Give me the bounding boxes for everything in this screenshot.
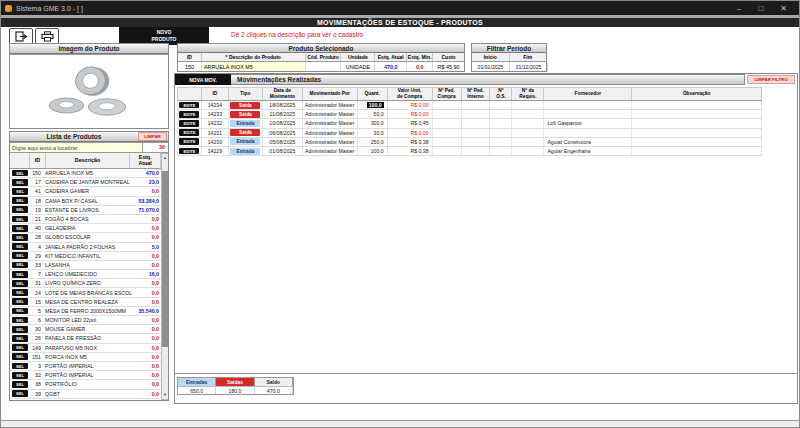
- select-product-button[interactable]: SEL: [12, 170, 28, 177]
- select-product-button[interactable]: SEL: [12, 234, 28, 241]
- edit-movement-button[interactable]: EDITE: [179, 129, 199, 136]
- product-description[interactable]: MESA DE CENTRO REALEZA: [43, 299, 132, 305]
- select-product-button[interactable]: SEL: [12, 271, 28, 278]
- list-item[interactable]: SEL 150 ARRUELA INOX M5 470,0: [10, 169, 161, 178]
- list-item[interactable]: SEL 30 MOUSE GAMER 0,0: [10, 325, 161, 334]
- select-product-button[interactable]: SEL: [12, 289, 28, 296]
- select-product-button[interactable]: SEL: [12, 317, 28, 324]
- list-item[interactable]: SEL 3 PORTÃO IMPERIAL 0,0: [10, 362, 161, 371]
- product-description[interactable]: CADEIRA GAMER: [43, 188, 132, 194]
- product-description[interactable]: CADEIRA DE JANTAR MONTREAL: [43, 179, 132, 185]
- list-item[interactable]: SEL 4 JANELA PADRÃO 2 FOLHAS 5,0: [10, 243, 161, 252]
- new-movement-button[interactable]: NOVA MOV.: [175, 74, 231, 85]
- product-description[interactable]: PORTIFÓLIO: [43, 381, 132, 387]
- product-description[interactable]: ARRUELA INOX M5: [43, 170, 132, 176]
- select-product-button[interactable]: SEL: [12, 206, 28, 213]
- list-item[interactable]: SEL 24 LOTE DE MEIAS BRANCAS ESCOLARES 0…: [10, 288, 161, 297]
- select-product-button[interactable]: SEL: [12, 216, 28, 223]
- product-description[interactable]: LOTE DE MEIAS BRANCAS ESCOLARES: [43, 290, 132, 296]
- list-item[interactable]: SEL 31 LIVRO QUÍMICA ZERO 0,0: [10, 279, 161, 288]
- list-item[interactable]: SEL 21 FOGÃO 4 BOCAS 0,0: [10, 215, 161, 224]
- list-item[interactable]: SEL 17 CADEIRA DE JANTAR MONTREAL 23,0: [10, 178, 161, 187]
- product-description[interactable]: KIT MÉDICO INFANTIL: [43, 253, 132, 259]
- select-product-button[interactable]: SEL: [12, 381, 28, 388]
- product-description[interactable]: LIVRO QUÍMICA ZERO: [43, 280, 132, 286]
- edit-movement-button[interactable]: EDITE: [179, 102, 199, 109]
- period-end-field[interactable]: [510, 62, 548, 71]
- product-list-scrollbar[interactable]: ▲ ▼: [161, 153, 169, 400]
- product-description[interactable]: PANELA DE PRESSÃO: [43, 335, 132, 341]
- table-row[interactable]: EDITE 14230 Entrada 05/08/2025 Administr…: [178, 138, 762, 147]
- list-item[interactable]: SEL 40 GELADEIRA 0,0: [10, 224, 161, 233]
- table-row[interactable]: EDITE 14234 Saída 18/08/2025 Administrad…: [178, 101, 762, 110]
- product-description[interactable]: PARAFUSO M5 INOX: [43, 345, 132, 351]
- maximize-button[interactable]: □: [758, 2, 763, 15]
- period-start-field[interactable]: [472, 62, 510, 71]
- search-input[interactable]: [9, 142, 143, 153]
- minimize-button[interactable]: –: [737, 2, 741, 15]
- select-product-button[interactable]: SEL: [12, 197, 28, 204]
- select-product-button[interactable]: SEL: [12, 179, 28, 186]
- select-product-button[interactable]: SEL: [12, 363, 28, 370]
- product-description[interactable]: MONITOR LED 22pol: [43, 317, 132, 323]
- product-description[interactable]: FOGÃO 4 BOCAS: [43, 216, 132, 222]
- scroll-up-icon[interactable]: ▲: [162, 154, 168, 162]
- list-item[interactable]: SEL 28 GLOBO ESCOLAR 0,0: [10, 233, 161, 242]
- product-description[interactable]: PORTÃO IMPERIAL: [43, 372, 132, 378]
- list-item[interactable]: SEL 41 CADEIRA GAMER 0,0: [10, 187, 161, 196]
- select-product-button[interactable]: SEL: [12, 308, 28, 315]
- select-product-button[interactable]: SEL: [12, 372, 28, 379]
- list-item[interactable]: SEL 32 PORTÃO IMPERIAL 0,0: [10, 371, 161, 380]
- table-row[interactable]: EDITE 14233 Saída 11/08/2025 Administrad…: [178, 110, 762, 119]
- selected-product-desc[interactable]: ARRUELA INOX M5: [202, 62, 306, 71]
- clear-search-button[interactable]: LIMPAR: [138, 132, 167, 141]
- close-button[interactable]: ✕: [780, 2, 787, 15]
- product-description[interactable]: LENÇO UMEDECIDO: [43, 271, 132, 277]
- list-item[interactable]: SEL 15 MESA DE CENTRO REALEZA 0,0: [10, 298, 161, 307]
- list-item[interactable]: SEL 39 QGBT 0,0: [10, 390, 161, 399]
- list-item[interactable]: SEL 33 LASANHA 0,0: [10, 261, 161, 270]
- select-product-button[interactable]: SEL: [12, 335, 28, 342]
- table-row[interactable]: EDITE 14231 Saída 06/08/2025 Administrad…: [178, 129, 762, 138]
- edit-movement-button[interactable]: EDITE: [179, 148, 199, 155]
- list-item[interactable]: SEL 7 LENÇO UMEDECIDO 16,0: [10, 270, 161, 279]
- select-product-button[interactable]: SEL: [12, 188, 28, 195]
- select-product-button[interactable]: SEL: [12, 326, 28, 333]
- list-item[interactable]: SEL 29 KIT MÉDICO INFANTIL 0,0: [10, 252, 161, 261]
- product-description[interactable]: GELADEIRA: [43, 225, 132, 231]
- product-description[interactable]: CAMA BOX P/ CASAL: [43, 198, 132, 204]
- list-item[interactable]: SEL 149 PARAFUSO M5 INOX 0,0: [10, 344, 161, 353]
- list-item[interactable]: SEL 19 ESTANTE DE LIVROS 71.070,0: [10, 206, 161, 215]
- select-product-button[interactable]: SEL: [12, 353, 28, 360]
- select-product-button[interactable]: SEL: [12, 262, 28, 269]
- select-product-button[interactable]: SEL: [12, 225, 28, 232]
- table-row[interactable]: EDITE 14232 Entrada 10/08/2025 Administr…: [178, 119, 762, 128]
- list-item[interactable]: SEL 5 MESA DE FERRO 2000X1500MM 35.540,0: [10, 307, 161, 316]
- product-description[interactable]: PORCA INOX M5: [43, 354, 132, 360]
- product-description[interactable]: JANELA PADRÃO 2 FOLHAS: [43, 244, 132, 250]
- product-description[interactable]: GLOBO ESCOLAR: [43, 234, 132, 240]
- scrollbar-thumb[interactable]: [162, 171, 168, 347]
- list-item[interactable]: SEL 151 PORCA INOX M5 0,0: [10, 353, 161, 362]
- clear-filter-button[interactable]: LIMPAR FILTRO: [747, 75, 795, 84]
- select-product-button[interactable]: SEL: [12, 243, 28, 250]
- select-product-button[interactable]: SEL: [12, 344, 28, 351]
- product-description[interactable]: MOUSE GAMER: [43, 326, 132, 332]
- table-row[interactable]: EDITE 14229 Entrada 01/08/2025 Administr…: [178, 147, 762, 156]
- edit-movement-button[interactable]: EDITE: [179, 120, 199, 127]
- scroll-down-icon[interactable]: ▼: [162, 391, 168, 399]
- product-description[interactable]: QGBT: [43, 391, 132, 397]
- list-item[interactable]: SEL 38 PORTIFÓLIO 0,0: [10, 380, 161, 389]
- list-item[interactable]: SEL 18 CAMA BOX P/ CASAL 53.384,0: [10, 197, 161, 206]
- select-product-button[interactable]: SEL: [12, 390, 28, 397]
- edit-movement-button[interactable]: EDITE: [179, 138, 199, 145]
- edit-movement-button[interactable]: EDITE: [179, 111, 199, 118]
- product-description[interactable]: ESTANTE DE LIVROS: [43, 207, 132, 213]
- select-product-button[interactable]: SEL: [12, 280, 28, 287]
- product-description[interactable]: LASANHA: [43, 262, 132, 268]
- list-item[interactable]: SEL 26 PANELA DE PRESSÃO 0,0: [10, 334, 161, 343]
- product-description[interactable]: PORTÃO IMPERIAL: [43, 363, 132, 369]
- product-description[interactable]: MESA DE FERRO 2000X1500MM: [43, 308, 132, 314]
- select-product-button[interactable]: SEL: [12, 252, 28, 259]
- list-item[interactable]: SEL 6 MONITOR LED 22pol 0,0: [10, 316, 161, 325]
